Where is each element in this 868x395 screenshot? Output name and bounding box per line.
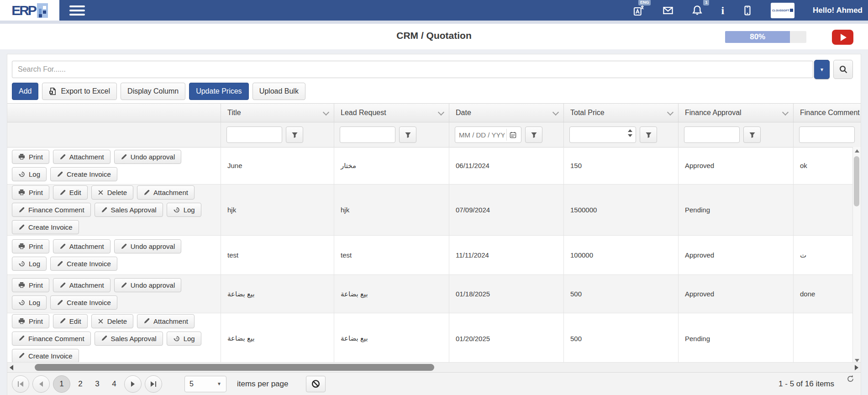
refresh-icon[interactable]: [847, 374, 854, 383]
search-button[interactable]: [833, 60, 853, 79]
cell-title: بيع بضاعة: [221, 313, 334, 363]
cell-title: بيع بضاعة: [221, 275, 334, 313]
log-button[interactable]: Log: [167, 203, 201, 217]
finance-comment-button[interactable]: Finance Comment: [12, 332, 91, 346]
progress-fill: 80%: [725, 31, 790, 43]
update-prices-button[interactable]: Update Prices: [189, 83, 249, 100]
next-page-button[interactable]: [124, 375, 142, 393]
search-dropdown-button[interactable]: ▼: [814, 60, 830, 79]
first-page-button[interactable]: [12, 375, 29, 393]
attachment-button[interactable]: Attachment: [53, 278, 110, 292]
upload-bulk-button[interactable]: Upload Bulk: [253, 83, 305, 100]
attachment-button[interactable]: Attachment: [137, 185, 195, 200]
title-filter-input[interactable]: [226, 126, 282, 143]
attachment-button[interactable]: Attachment: [53, 239, 110, 253]
total-price-filter-button[interactable]: [640, 126, 657, 143]
vertical-scrollbar[interactable]: [852, 147, 861, 364]
finance-comment-button[interactable]: Finance Comment: [12, 203, 91, 217]
building-icon: [37, 3, 48, 18]
log-button[interactable]: Log: [167, 332, 201, 346]
undo-approval-button[interactable]: Undo approval: [114, 239, 182, 253]
user-greeting[interactable]: Hello! Ahmed: [813, 6, 863, 15]
last-page-button[interactable]: [145, 375, 162, 393]
log-button[interactable]: Log: [12, 257, 47, 271]
sales-approval-button[interactable]: Sales Approval: [95, 203, 163, 217]
undo-approval-button[interactable]: Undo approval: [114, 150, 182, 164]
column-header-finance-approval[interactable]: Finance Approval: [679, 104, 794, 122]
clear-filters-button[interactable]: [306, 376, 326, 392]
app-logo[interactable]: ERP: [0, 0, 59, 21]
calendar-button[interactable]: [506, 129, 519, 141]
page-button-1[interactable]: 1: [53, 375, 70, 393]
navbar-divider: [0, 21, 868, 24]
edit-button[interactable]: Edit: [53, 185, 88, 200]
log-button[interactable]: Log: [12, 295, 47, 310]
filter-cell-finance-approval: [679, 122, 794, 147]
lead-request-filter-button[interactable]: [399, 126, 416, 143]
quotation-grid: Title Lead Request Date Total Price Fina…: [7, 103, 861, 373]
print-button[interactable]: Print: [12, 278, 49, 292]
info-icon[interactable]: i: [721, 5, 724, 16]
scroll-up-arrow[interactable]: [855, 149, 859, 153]
create-invoice-button[interactable]: Create Invoice: [12, 220, 79, 234]
add-button[interactable]: Add: [12, 83, 38, 100]
delete-button[interactable]: Delete: [91, 314, 133, 328]
logo-text: ERP: [11, 3, 36, 18]
create-invoice-button[interactable]: Create Invoice: [12, 349, 79, 363]
notifications-bell-icon[interactable]: 1: [692, 5, 703, 16]
undo-approval-button[interactable]: Undo approval: [114, 278, 182, 292]
column-header-total-price[interactable]: Total Price: [564, 104, 679, 122]
finance-comment-filter-input[interactable]: [799, 126, 855, 143]
mobile-phone-icon[interactable]: [742, 5, 752, 16]
page-size-select[interactable]: 5 ▼: [184, 376, 226, 392]
horizontal-scrollbar-thumb[interactable]: [35, 364, 434, 371]
column-header-lead-request[interactable]: Lead Request: [334, 104, 449, 122]
mail-icon[interactable]: [663, 5, 673, 16]
attachment-button[interactable]: Attachment: [53, 150, 110, 164]
column-header-date[interactable]: Date: [449, 104, 564, 122]
page-button-4[interactable]: 4: [107, 379, 121, 389]
cell-lead-request: مختار: [334, 147, 449, 184]
lead-request-filter-input[interactable]: [340, 126, 395, 143]
scroll-down-arrow[interactable]: [855, 359, 859, 362]
number-spinner[interactable]: [628, 129, 632, 137]
finance-approval-filter-input[interactable]: [684, 126, 740, 143]
print-button[interactable]: Print: [12, 150, 49, 164]
horizontal-scrollbar[interactable]: [7, 362, 861, 373]
log-button[interactable]: Log: [12, 167, 47, 181]
previous-page-button[interactable]: [32, 375, 50, 393]
delete-button[interactable]: Delete: [91, 185, 133, 200]
title-filter-button[interactable]: [286, 126, 303, 143]
create-invoice-button[interactable]: Create Invoice: [50, 257, 117, 271]
column-header-finance-comment[interactable]: Finance Comment: [794, 104, 861, 122]
ban-icon: [311, 379, 320, 388]
export-to-excel-button[interactable]: Export to Excel: [42, 83, 117, 100]
pencil-icon: [59, 318, 66, 324]
scroll-left-arrow[interactable]: [10, 365, 13, 370]
scroll-right-arrow[interactable]: [855, 365, 858, 370]
pencil-icon: [18, 207, 25, 213]
edit-button[interactable]: Edit: [53, 314, 88, 328]
hamburger-menu-icon[interactable]: [69, 4, 88, 17]
create-invoice-button[interactable]: Create Invoice: [50, 167, 117, 181]
print-button[interactable]: Print: [12, 239, 49, 253]
search-input[interactable]: [12, 61, 813, 78]
video-play-button[interactable]: [832, 30, 853, 45]
total-price-filter-input[interactable]: [569, 126, 636, 143]
print-button[interactable]: Print: [12, 185, 49, 200]
date-filter-button[interactable]: [525, 126, 542, 143]
create-invoice-button[interactable]: Create Invoice: [50, 295, 117, 310]
print-button[interactable]: Print: [12, 314, 49, 328]
filter-cell-finance-comment: [794, 122, 861, 147]
attachment-button[interactable]: Attachment: [137, 314, 195, 328]
page-button-3[interactable]: 3: [90, 379, 104, 389]
column-header-title[interactable]: Title: [221, 104, 334, 122]
history-icon: [18, 171, 25, 178]
display-column-button[interactable]: Display Column: [121, 83, 185, 100]
finance-approval-filter-button[interactable]: [743, 126, 761, 143]
sales-approval-button[interactable]: Sales Approval: [95, 332, 163, 346]
vertical-scrollbar-thumb[interactable]: [854, 156, 859, 206]
cell-lead-request: test: [334, 236, 449, 274]
page-button-2[interactable]: 2: [74, 379, 87, 389]
language-button[interactable]: ENG: [633, 5, 644, 16]
